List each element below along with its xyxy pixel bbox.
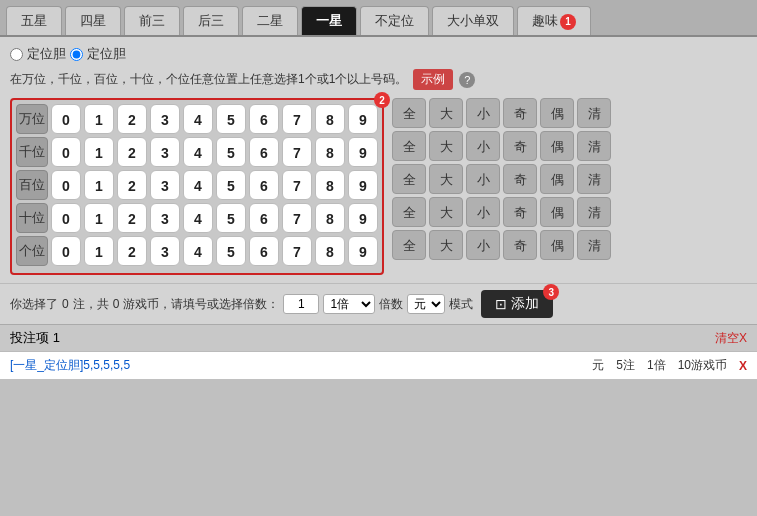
num-btn-r4-n7[interactable]: 7 bbox=[282, 236, 312, 266]
quick-btn-r0-3[interactable]: 奇 bbox=[503, 98, 537, 128]
num-btn-r0-n3[interactable]: 3 bbox=[150, 104, 180, 134]
tab-yixing[interactable]: 一星 bbox=[301, 6, 357, 35]
quick-btn-r1-4[interactable]: 偶 bbox=[540, 131, 574, 161]
num-btn-r4-n0[interactable]: 0 bbox=[51, 236, 81, 266]
num-btn-r0-n2[interactable]: 2 bbox=[117, 104, 147, 134]
num-btn-r2-n1[interactable]: 1 bbox=[84, 170, 114, 200]
num-btn-r2-n7[interactable]: 7 bbox=[282, 170, 312, 200]
num-btn-r0-n1[interactable]: 1 bbox=[84, 104, 114, 134]
quick-btn-r1-0[interactable]: 全 bbox=[392, 131, 426, 161]
num-btn-r2-n2[interactable]: 2 bbox=[117, 170, 147, 200]
quick-btn-r1-5[interactable]: 清 bbox=[577, 131, 611, 161]
quick-btn-r3-5[interactable]: 清 bbox=[577, 197, 611, 227]
quick-btn-r1-3[interactable]: 奇 bbox=[503, 131, 537, 161]
tab-daxiaodanshuang[interactable]: 大小单双 bbox=[432, 6, 514, 35]
quick-btn-r3-3[interactable]: 奇 bbox=[503, 197, 537, 227]
tab-wuxing[interactable]: 五星 bbox=[6, 6, 62, 35]
multiplier-select[interactable]: 1倍 2倍 5倍 10倍 bbox=[323, 294, 375, 314]
bet-close[interactable]: X bbox=[739, 359, 747, 373]
num-btn-r1-n8[interactable]: 8 bbox=[315, 137, 345, 167]
quick-btn-r4-3[interactable]: 奇 bbox=[503, 230, 537, 260]
radio-label-2[interactable]: 定位胆 bbox=[87, 45, 126, 63]
quick-btn-r0-1[interactable]: 大 bbox=[429, 98, 463, 128]
num-btn-r0-n5[interactable]: 5 bbox=[216, 104, 246, 134]
quick-btn-r4-1[interactable]: 大 bbox=[429, 230, 463, 260]
num-btn-r1-n6[interactable]: 6 bbox=[249, 137, 279, 167]
num-btn-r3-n2[interactable]: 2 bbox=[117, 203, 147, 233]
num-btn-r4-n4[interactable]: 4 bbox=[183, 236, 213, 266]
quick-btn-r1-2[interactable]: 小 bbox=[466, 131, 500, 161]
example-button[interactable]: 示例 bbox=[413, 69, 453, 90]
num-btn-r3-n8[interactable]: 8 bbox=[315, 203, 345, 233]
num-btn-r0-n6[interactable]: 6 bbox=[249, 104, 279, 134]
tab-budingwei[interactable]: 不定位 bbox=[360, 6, 429, 35]
num-btn-r1-n3[interactable]: 3 bbox=[150, 137, 180, 167]
quick-btn-r2-2[interactable]: 小 bbox=[466, 164, 500, 194]
num-btn-r0-n8[interactable]: 8 bbox=[315, 104, 345, 134]
tab-quwei[interactable]: 趣味1 bbox=[517, 6, 591, 35]
row-label-4[interactable]: 个位 bbox=[16, 236, 48, 266]
radio-label-1[interactable]: 定位胆 bbox=[27, 45, 66, 63]
num-btn-r2-n6[interactable]: 6 bbox=[249, 170, 279, 200]
quick-btn-r3-4[interactable]: 偶 bbox=[540, 197, 574, 227]
clear-button[interactable]: 清空X bbox=[715, 330, 747, 347]
radio-dingweidan-1[interactable] bbox=[10, 48, 23, 61]
quick-btn-r0-2[interactable]: 小 bbox=[466, 98, 500, 128]
num-btn-r2-n4[interactable]: 4 bbox=[183, 170, 213, 200]
num-btn-r2-n8[interactable]: 8 bbox=[315, 170, 345, 200]
quick-btn-r4-5[interactable]: 清 bbox=[577, 230, 611, 260]
quick-btn-r3-2[interactable]: 小 bbox=[466, 197, 500, 227]
num-btn-r4-n9[interactable]: 9 bbox=[348, 236, 378, 266]
num-btn-r1-n0[interactable]: 0 bbox=[51, 137, 81, 167]
num-btn-r0-n4[interactable]: 4 bbox=[183, 104, 213, 134]
tab-sixing[interactable]: 四星 bbox=[65, 6, 121, 35]
num-btn-r0-n9[interactable]: 9 bbox=[348, 104, 378, 134]
num-btn-r0-n0[interactable]: 0 bbox=[51, 104, 81, 134]
num-btn-r3-n3[interactable]: 3 bbox=[150, 203, 180, 233]
num-btn-r0-n7[interactable]: 7 bbox=[282, 104, 312, 134]
num-btn-r1-n1[interactable]: 1 bbox=[84, 137, 114, 167]
quick-btn-r2-5[interactable]: 清 bbox=[577, 164, 611, 194]
quick-btn-r4-0[interactable]: 全 bbox=[392, 230, 426, 260]
multiplier-input[interactable] bbox=[283, 294, 319, 314]
quick-btn-r0-4[interactable]: 偶 bbox=[540, 98, 574, 128]
num-btn-r3-n7[interactable]: 7 bbox=[282, 203, 312, 233]
radio-dingweidan-2[interactable] bbox=[70, 48, 83, 61]
num-btn-r1-n7[interactable]: 7 bbox=[282, 137, 312, 167]
row-label-0[interactable]: 万位 bbox=[16, 104, 48, 134]
row-label-1[interactable]: 千位 bbox=[16, 137, 48, 167]
num-btn-r3-n1[interactable]: 1 bbox=[84, 203, 114, 233]
num-btn-r4-n3[interactable]: 3 bbox=[150, 236, 180, 266]
num-btn-r1-n5[interactable]: 5 bbox=[216, 137, 246, 167]
num-btn-r2-n9[interactable]: 9 bbox=[348, 170, 378, 200]
num-btn-r3-n4[interactable]: 4 bbox=[183, 203, 213, 233]
quick-btn-r4-4[interactable]: 偶 bbox=[540, 230, 574, 260]
tab-housan[interactable]: 后三 bbox=[183, 6, 239, 35]
num-btn-r2-n0[interactable]: 0 bbox=[51, 170, 81, 200]
quick-btn-r2-1[interactable]: 大 bbox=[429, 164, 463, 194]
quick-btn-r3-1[interactable]: 大 bbox=[429, 197, 463, 227]
quick-btn-r2-4[interactable]: 偶 bbox=[540, 164, 574, 194]
num-btn-r1-n2[interactable]: 2 bbox=[117, 137, 147, 167]
num-btn-r3-n6[interactable]: 6 bbox=[249, 203, 279, 233]
quick-btn-r0-5[interactable]: 清 bbox=[577, 98, 611, 128]
quick-btn-r1-1[interactable]: 大 bbox=[429, 131, 463, 161]
num-btn-r2-n3[interactable]: 3 bbox=[150, 170, 180, 200]
num-btn-r4-n8[interactable]: 8 bbox=[315, 236, 345, 266]
num-btn-r2-n5[interactable]: 5 bbox=[216, 170, 246, 200]
num-btn-r3-n9[interactable]: 9 bbox=[348, 203, 378, 233]
num-btn-r1-n4[interactable]: 4 bbox=[183, 137, 213, 167]
num-btn-r4-n2[interactable]: 2 bbox=[117, 236, 147, 266]
quick-btn-r3-0[interactable]: 全 bbox=[392, 197, 426, 227]
row-label-3[interactable]: 十位 bbox=[16, 203, 48, 233]
row-label-2[interactable]: 百位 bbox=[16, 170, 48, 200]
num-btn-r3-n5[interactable]: 5 bbox=[216, 203, 246, 233]
unit-select[interactable]: 元 角 分 bbox=[407, 294, 445, 314]
tab-qiansan[interactable]: 前三 bbox=[124, 6, 180, 35]
num-btn-r4-n5[interactable]: 5 bbox=[216, 236, 246, 266]
num-btn-r3-n0[interactable]: 0 bbox=[51, 203, 81, 233]
quick-btn-r4-2[interactable]: 小 bbox=[466, 230, 500, 260]
quick-btn-r2-0[interactable]: 全 bbox=[392, 164, 426, 194]
num-btn-r1-n9[interactable]: 9 bbox=[348, 137, 378, 167]
quick-btn-r0-0[interactable]: 全 bbox=[392, 98, 426, 128]
